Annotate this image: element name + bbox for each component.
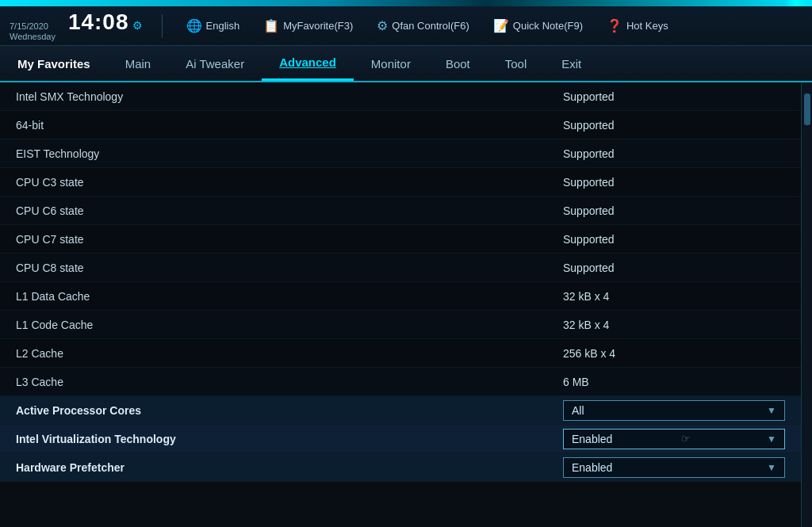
table-row: CPU C7 state Supported	[0, 225, 801, 254]
dropdown-value: Enabled	[572, 461, 612, 474]
globe-icon: 🌐	[186, 18, 202, 33]
row-label: L2 Cache	[16, 347, 547, 360]
table-row: CPU C6 state Supported	[0, 197, 801, 225]
table-row: EIST Technology Supported	[0, 139, 801, 168]
dropdown-field[interactable]: Enabled ▼	[563, 457, 785, 478]
header-divider	[162, 14, 163, 38]
row-value: Supported	[547, 119, 785, 132]
row-value: 256 kB x 4	[547, 347, 785, 360]
language-label: English	[206, 20, 240, 32]
language-button[interactable]: 🌐 English	[182, 16, 245, 36]
row-value: 6 MB	[547, 376, 785, 388]
nav-item-tool[interactable]: Tool	[488, 46, 545, 81]
table-row: Intel SMX Technology Supported	[0, 82, 801, 111]
row-label: Hardware Prefetcher	[16, 461, 547, 474]
table-row: CPU C8 state Supported	[0, 254, 801, 282]
dropdown-arrow-icon: ▼	[767, 462, 776, 473]
nav-item-my-favorites[interactable]: My Favorites	[0, 46, 108, 81]
row-value: Supported	[547, 233, 785, 246]
row-label: L1 Data Cache	[16, 290, 547, 303]
dropdown-arrow-icon: ▼	[767, 405, 776, 416]
intel-virt-tech-dropdown[interactable]: Enabled ☞ ▼	[547, 429, 785, 449]
row-value: Supported	[547, 147, 785, 160]
qfan-button[interactable]: ⚙ Qfan Control(F6)	[372, 16, 474, 36]
qfan-label: Qfan Control(F6)	[392, 20, 469, 32]
row-label: CPU C6 state	[16, 204, 547, 217]
content-area: Intel SMX Technology Supported 64-bit Su…	[0, 82, 812, 527]
row-label: Intel SMX Technology	[16, 90, 547, 103]
main-content: Intel SMX Technology Supported 64-bit Su…	[0, 82, 801, 527]
row-value: Supported	[547, 90, 785, 103]
row-label: L1 Code Cache	[16, 319, 547, 331]
dropdown-field[interactable]: Enabled ☞ ▼	[563, 429, 785, 449]
row-label: Active Processor Cores	[16, 404, 547, 417]
date-text: 7/15/2020 Wednesday	[10, 21, 56, 42]
dropdown-value: Enabled	[572, 433, 612, 445]
help-icon: ❓	[607, 18, 622, 33]
dropdown-arrow-icon: ▼	[767, 433, 776, 445]
table-row: Hardware Prefetcher Enabled ▼	[0, 453, 801, 482]
note-icon: 📝	[493, 18, 509, 33]
row-value: Supported	[547, 262, 785, 274]
row-label: 64-bit	[16, 119, 547, 132]
row-value: 32 kB x 4	[547, 319, 785, 331]
table-row: CPU C3 state Supported	[0, 168, 801, 197]
settings-gear-icon[interactable]: ⚙	[132, 19, 143, 32]
dropdown-field[interactable]: All ▼	[563, 400, 785, 421]
nav-item-monitor[interactable]: Monitor	[354, 46, 428, 81]
nav-item-main[interactable]: Main	[108, 46, 169, 81]
active-processor-cores-dropdown[interactable]: All ▼	[547, 400, 785, 421]
table-row: Active Processor Cores All ▼	[0, 396, 801, 425]
title-bar: 7/15/2020 Wednesday 14:08 ⚙ 🌐 English 📋 …	[0, 6, 812, 46]
time-display: 14:08	[68, 10, 129, 35]
nav-item-exit[interactable]: Exit	[544, 46, 599, 81]
row-label: CPU C8 state	[16, 262, 547, 274]
table-row: L1 Code Cache 32 kB x 4	[0, 311, 801, 339]
table-row: Intel Virtualization Technology Enabled …	[0, 425, 801, 453]
row-label: L3 Cache	[16, 376, 547, 388]
datetime-display: 7/15/2020 Wednesday 14:08 ⚙	[10, 10, 143, 42]
table-row: L1 Data Cache 32 kB x 4	[0, 282, 801, 311]
row-value: Supported	[547, 176, 785, 189]
top-decorative-bar	[0, 0, 812, 6]
quicknote-button[interactable]: 📝 Quick Note(F9)	[488, 16, 588, 36]
fan-icon: ⚙	[377, 18, 388, 33]
row-label: EIST Technology	[16, 147, 547, 160]
nav-menu: My Favorites Main Ai Tweaker Advanced Mo…	[0, 46, 812, 82]
cursor-icon: ☞	[681, 433, 691, 445]
nav-item-ai-tweaker[interactable]: Ai Tweaker	[168, 46, 262, 81]
dropdown-value: All	[572, 404, 584, 417]
hotkeys-label: Hot Keys	[626, 20, 668, 32]
table-row: L3 Cache 6 MB	[0, 368, 801, 396]
row-label: CPU C3 state	[16, 176, 547, 189]
myfavorite-label: MyFavorite(F3)	[283, 20, 353, 32]
scroll-indicator[interactable]	[804, 94, 810, 125]
info-table: Intel SMX Technology Supported 64-bit Su…	[0, 82, 801, 482]
hardware-prefetcher-dropdown[interactable]: Enabled ▼	[547, 457, 785, 478]
table-row: 64-bit Supported	[0, 111, 801, 139]
favorite-icon: 📋	[263, 18, 279, 33]
nav-item-advanced[interactable]: Advanced	[262, 46, 354, 81]
right-sidebar	[801, 82, 812, 527]
row-value: 32 kB x 4	[547, 290, 785, 303]
row-label: CPU C7 state	[16, 233, 547, 246]
table-row: L2 Cache 256 kB x 4	[0, 339, 801, 368]
quicknote-label: Quick Note(F9)	[513, 20, 583, 32]
myfavorite-button[interactable]: 📋 MyFavorite(F3)	[259, 16, 358, 36]
nav-item-boot[interactable]: Boot	[428, 46, 488, 81]
row-value: Supported	[547, 204, 785, 217]
hotkeys-button[interactable]: ❓ Hot Keys	[602, 16, 673, 36]
row-label: Intel Virtualization Technology	[16, 433, 547, 445]
